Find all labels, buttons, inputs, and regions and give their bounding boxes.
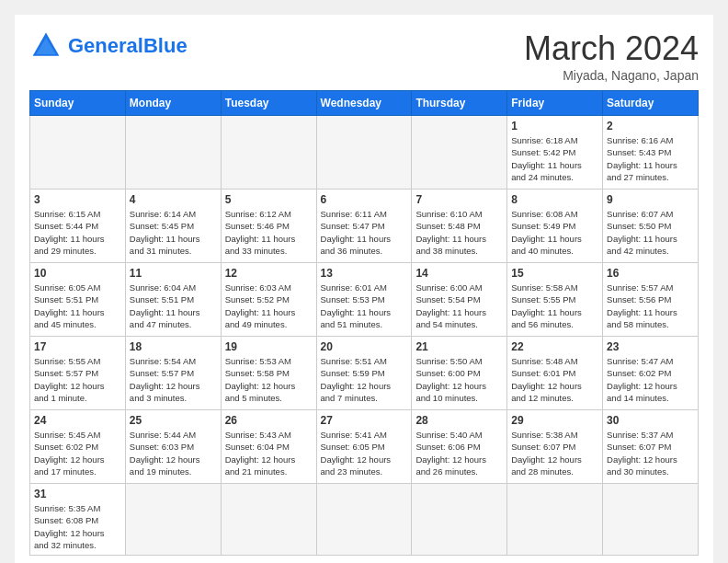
day-info: Sunrise: 5:54 AM Sunset: 5:57 PM Dayligh… [130, 355, 217, 404]
day-info: Sunrise: 6:03 AM Sunset: 5:52 PM Dayligh… [225, 282, 313, 330]
day-header-wednesday: Wednesday [316, 91, 412, 116]
calendar-cell: 11Sunrise: 6:04 AM Sunset: 5:51 PM Dayli… [125, 263, 221, 337]
calendar-cell [125, 484, 221, 556]
day-number: 10 [34, 267, 121, 280]
calendar-cell: 18Sunrise: 5:54 AM Sunset: 5:57 PM Dayli… [125, 337, 221, 410]
calendar-cell: 16Sunrise: 5:57 AM Sunset: 5:56 PM Dayli… [603, 263, 699, 337]
header: GeneralBlue March 2024 Miyada, Nagano, J… [29, 29, 699, 83]
day-number: 5 [225, 193, 313, 206]
day-info: Sunrise: 5:48 AM Sunset: 6:01 PM Dayligh… [511, 355, 598, 404]
day-number: 25 [130, 414, 217, 427]
day-number: 27 [321, 414, 408, 427]
location: Miyada, Nagano, Japan [524, 68, 699, 83]
day-number: 29 [511, 414, 598, 427]
day-number: 15 [511, 267, 598, 280]
calendar-body: 1Sunrise: 6:18 AM Sunset: 5:42 PM Daylig… [30, 116, 699, 556]
calendar-cell [30, 116, 126, 190]
day-info: Sunrise: 5:57 AM Sunset: 5:56 PM Dayligh… [607, 282, 694, 330]
calendar-cell: 13Sunrise: 6:01 AM Sunset: 5:53 PM Dayli… [316, 263, 412, 337]
calendar-cell: 21Sunrise: 5:50 AM Sunset: 6:00 PM Dayli… [412, 337, 507, 410]
calendar-cell [412, 116, 507, 190]
day-info: Sunrise: 6:08 AM Sunset: 5:49 PM Dayligh… [511, 208, 598, 257]
day-info: Sunrise: 5:37 AM Sunset: 6:07 PM Dayligh… [607, 429, 694, 477]
day-info: Sunrise: 5:35 AM Sunset: 6:08 PM Dayligh… [34, 502, 121, 551]
day-info: Sunrise: 6:11 AM Sunset: 5:47 PM Dayligh… [321, 208, 408, 257]
day-info: Sunrise: 6:12 AM Sunset: 5:46 PM Dayligh… [225, 208, 313, 257]
calendar-cell: 7Sunrise: 6:10 AM Sunset: 5:48 PM Daylig… [412, 190, 507, 263]
calendar-week-2: 3Sunrise: 6:15 AM Sunset: 5:44 PM Daylig… [30, 190, 699, 263]
day-number: 28 [415, 414, 503, 427]
calendar-cell: 9Sunrise: 6:07 AM Sunset: 5:50 PM Daylig… [603, 190, 699, 263]
calendar-week-5: 24Sunrise: 5:45 AM Sunset: 6:02 PM Dayli… [30, 410, 699, 484]
day-number: 3 [34, 193, 121, 206]
calendar-cell: 29Sunrise: 5:38 AM Sunset: 6:07 PM Dayli… [507, 410, 603, 484]
day-info: Sunrise: 6:05 AM Sunset: 5:51 PM Dayligh… [34, 282, 121, 330]
calendar-cell [125, 116, 221, 190]
logo-icon [29, 29, 63, 63]
calendar-cell [221, 116, 316, 190]
day-header-thursday: Thursday [412, 91, 507, 116]
calendar-cell: 22Sunrise: 5:48 AM Sunset: 6:01 PM Dayli… [507, 337, 603, 410]
day-number: 14 [415, 267, 503, 280]
day-number: 7 [415, 193, 503, 206]
calendar-cell: 19Sunrise: 5:53 AM Sunset: 5:58 PM Dayli… [221, 337, 316, 410]
calendar-cell: 2Sunrise: 6:16 AM Sunset: 5:43 PM Daylig… [603, 116, 699, 190]
day-header-friday: Friday [507, 91, 603, 116]
day-number: 18 [130, 340, 217, 353]
day-info: Sunrise: 5:58 AM Sunset: 5:55 PM Dayligh… [511, 282, 598, 330]
calendar-cell: 31Sunrise: 5:35 AM Sunset: 6:08 PM Dayli… [30, 484, 126, 556]
calendar-cell: 6Sunrise: 6:11 AM Sunset: 5:47 PM Daylig… [316, 190, 412, 263]
day-number: 13 [321, 267, 408, 280]
day-info: Sunrise: 6:01 AM Sunset: 5:53 PM Dayligh… [321, 282, 408, 330]
calendar-cell: 26Sunrise: 5:43 AM Sunset: 6:04 PM Dayli… [221, 410, 316, 484]
calendar-cell [221, 484, 316, 556]
day-number: 9 [607, 193, 694, 206]
day-info: Sunrise: 5:55 AM Sunset: 5:57 PM Dayligh… [34, 355, 121, 404]
day-info: Sunrise: 6:07 AM Sunset: 5:50 PM Dayligh… [607, 208, 694, 257]
day-number: 17 [34, 340, 121, 353]
month-title: March 2024 [524, 29, 699, 68]
day-info: Sunrise: 6:18 AM Sunset: 5:42 PM Dayligh… [511, 134, 598, 183]
calendar-cell: 4Sunrise: 6:14 AM Sunset: 5:45 PM Daylig… [125, 190, 221, 263]
day-info: Sunrise: 5:43 AM Sunset: 6:04 PM Dayligh… [225, 429, 313, 477]
day-info: Sunrise: 5:51 AM Sunset: 5:59 PM Dayligh… [321, 355, 408, 404]
day-number: 12 [225, 267, 313, 280]
day-number: 20 [321, 340, 408, 353]
day-info: Sunrise: 6:04 AM Sunset: 5:51 PM Dayligh… [130, 282, 217, 330]
calendar-cell [316, 484, 412, 556]
calendar-cell: 1Sunrise: 6:18 AM Sunset: 5:42 PM Daylig… [507, 116, 603, 190]
title-section: March 2024 Miyada, Nagano, Japan [524, 29, 699, 83]
calendar-cell: 3Sunrise: 6:15 AM Sunset: 5:44 PM Daylig… [30, 190, 126, 263]
calendar-cell: 14Sunrise: 6:00 AM Sunset: 5:54 PM Dayli… [412, 263, 507, 337]
day-info: Sunrise: 5:50 AM Sunset: 6:00 PM Dayligh… [415, 355, 503, 404]
calendar-week-1: 1Sunrise: 6:18 AM Sunset: 5:42 PM Daylig… [30, 116, 699, 190]
calendar-cell: 5Sunrise: 6:12 AM Sunset: 5:46 PM Daylig… [221, 190, 316, 263]
calendar-cell: 23Sunrise: 5:47 AM Sunset: 6:02 PM Dayli… [603, 337, 699, 410]
day-number: 19 [225, 340, 313, 353]
calendar-cell [603, 484, 699, 556]
day-info: Sunrise: 5:41 AM Sunset: 6:05 PM Dayligh… [321, 429, 408, 477]
calendar-cell [316, 116, 412, 190]
day-info: Sunrise: 5:38 AM Sunset: 6:07 PM Dayligh… [511, 429, 598, 477]
calendar-cell: 28Sunrise: 5:40 AM Sunset: 6:06 PM Dayli… [412, 410, 507, 484]
calendar-cell: 25Sunrise: 5:44 AM Sunset: 6:03 PM Dayli… [125, 410, 221, 484]
calendar-cell: 27Sunrise: 5:41 AM Sunset: 6:05 PM Dayli… [316, 410, 412, 484]
calendar-week-4: 17Sunrise: 5:55 AM Sunset: 5:57 PM Dayli… [30, 337, 699, 410]
day-info: Sunrise: 5:40 AM Sunset: 6:06 PM Dayligh… [415, 429, 503, 477]
calendar-cell: 17Sunrise: 5:55 AM Sunset: 5:57 PM Dayli… [30, 337, 126, 410]
day-header-saturday: Saturday [603, 91, 699, 116]
day-info: Sunrise: 5:53 AM Sunset: 5:58 PM Dayligh… [225, 355, 313, 404]
day-number: 8 [511, 193, 598, 206]
day-number: 4 [130, 193, 217, 206]
day-info: Sunrise: 6:10 AM Sunset: 5:48 PM Dayligh… [415, 208, 503, 257]
calendar-cell: 20Sunrise: 5:51 AM Sunset: 5:59 PM Dayli… [316, 337, 412, 410]
day-number: 24 [34, 414, 121, 427]
day-number: 11 [130, 267, 217, 280]
day-number: 2 [607, 120, 694, 132]
day-info: Sunrise: 6:16 AM Sunset: 5:43 PM Dayligh… [607, 134, 694, 183]
calendar-table: SundayMondayTuesdayWednesdayThursdayFrid… [29, 90, 699, 556]
calendar-cell [507, 484, 603, 556]
day-number: 23 [607, 340, 694, 353]
calendar-cell: 12Sunrise: 6:03 AM Sunset: 5:52 PM Dayli… [221, 263, 316, 337]
day-info: Sunrise: 5:44 AM Sunset: 6:03 PM Dayligh… [130, 429, 217, 477]
